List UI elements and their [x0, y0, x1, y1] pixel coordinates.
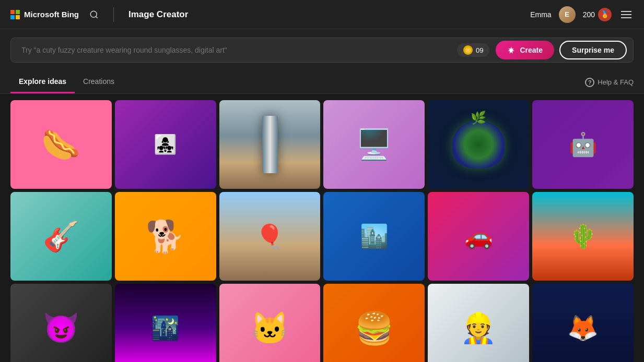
create-label: Create: [520, 46, 543, 54]
gallery-item-9[interactable]: 🎈: [219, 192, 321, 281]
page-title: Image Creator: [128, 9, 188, 20]
medal-icon: 🏅: [598, 8, 612, 21]
logo-sq-blue: [10, 15, 15, 19]
create-button[interactable]: Create: [496, 41, 554, 59]
header: Microsoft Bing Image Creator Emma E 200 …: [0, 0, 644, 29]
svg-line-1: [96, 16, 97, 18]
header-right: Emma E 200 🏅: [530, 6, 634, 23]
gallery-item-12[interactable]: 🌵: [532, 192, 634, 281]
gallery-item-5[interactable]: [428, 100, 529, 189]
gallery-item-17[interactable]: 👷: [428, 284, 529, 362]
header-left: Microsoft Bing Image Creator: [10, 7, 188, 22]
search-input[interactable]: [17, 46, 457, 54]
surprise-label: Surprise me: [572, 46, 614, 54]
avatar[interactable]: E: [559, 6, 576, 23]
create-icon: [507, 46, 516, 54]
gallery-item-18[interactable]: 🦊: [532, 284, 634, 362]
tab-creations[interactable]: Creations: [75, 71, 123, 93]
search-button[interactable]: [89, 10, 99, 19]
tabs-left: Explore ideas Creations: [10, 71, 123, 93]
tab-explore[interactable]: Explore ideas: [10, 71, 75, 93]
coin-number: 200: [583, 10, 595, 19]
gallery-item-3[interactable]: [219, 100, 321, 189]
coin-badge-count: 09: [476, 46, 483, 54]
bing-text: Microsoft Bing: [24, 10, 79, 19]
surprise-button[interactable]: Surprise me: [559, 41, 627, 59]
help-label: Help & FAQ: [598, 78, 634, 86]
logo-sq-red: [10, 10, 15, 14]
gallery-item-13[interactable]: 😈: [10, 284, 112, 362]
gallery-item-14[interactable]: 🌃: [115, 284, 216, 362]
hamburger-line-1: [621, 11, 631, 12]
gallery-item-1[interactable]: 🌭: [10, 100, 112, 189]
help-icon: ?: [585, 78, 594, 87]
logo-sq-green: [16, 10, 20, 14]
coin-count-display: 200 🏅: [583, 8, 612, 21]
tabs-section: Explore ideas Creations ? Help & FAQ: [0, 71, 644, 94]
logo-sq-yellow: [16, 15, 20, 19]
gallery: 🌭👩‍👧‍👧🖥️🤖🎸🐕🎈🏙️🚗🌵😈🌃🐱🍔👷🦊: [0, 94, 644, 362]
hamburger-line-3: [621, 17, 631, 18]
coin-badge: 🪙 09: [457, 43, 489, 57]
search-bar: 🪙 09 Create Surprise me: [10, 38, 634, 63]
gallery-item-10[interactable]: 🏙️: [323, 192, 425, 281]
search-icon: [89, 10, 99, 19]
bing-logo-grid: [10, 10, 20, 19]
gallery-item-4[interactable]: 🖥️: [323, 100, 425, 189]
help-link[interactable]: ? Help & FAQ: [585, 78, 634, 87]
gallery-item-6[interactable]: 🤖: [532, 100, 634, 189]
gallery-item-15[interactable]: 🐱: [219, 284, 321, 362]
gallery-item-8[interactable]: 🐕: [115, 192, 216, 281]
tab-creations-label: Creations: [83, 77, 114, 86]
svg-point-0: [90, 11, 97, 17]
gallery-item-11[interactable]: 🚗: [428, 192, 529, 281]
gallery-item-16[interactable]: 🍔: [323, 284, 425, 362]
gallery-item-7[interactable]: 🎸: [10, 192, 112, 281]
search-section: 🪙 09 Create Surprise me: [0, 29, 644, 71]
coin-badge-icon: 🪙: [463, 45, 473, 55]
gallery-item-2[interactable]: 👩‍👧‍👧: [115, 100, 216, 189]
tab-explore-label: Explore ideas: [19, 77, 66, 86]
header-divider: [113, 7, 114, 22]
user-name: Emma: [530, 10, 551, 19]
bing-logo[interactable]: Microsoft Bing: [10, 10, 79, 19]
hamburger-menu-button[interactable]: [619, 9, 634, 20]
hamburger-line-2: [621, 14, 631, 15]
